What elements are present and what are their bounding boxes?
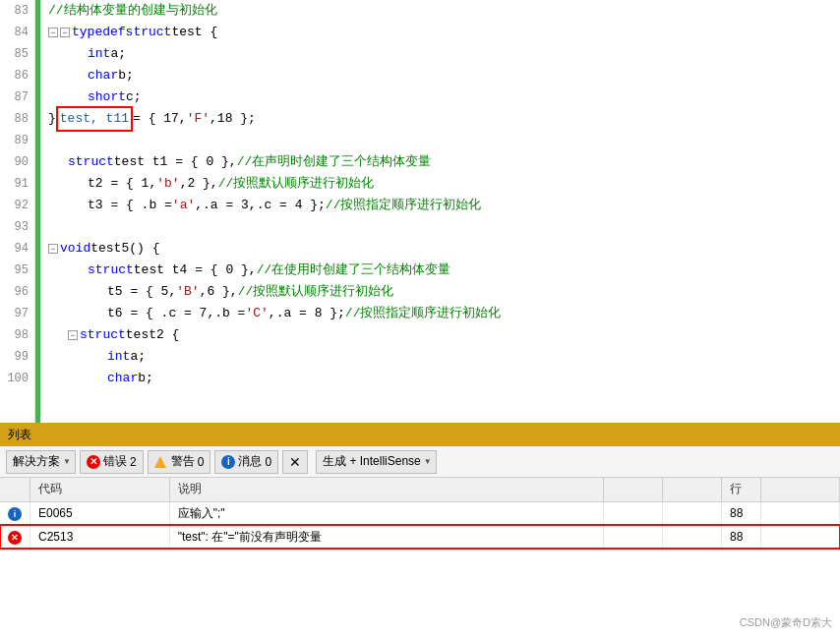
info-filter[interactable]: i 消息 0	[214, 450, 278, 474]
token-string: 'B'	[176, 281, 199, 303]
token-plain: test2 {	[126, 324, 180, 346]
code-line: //结构体变量的创建与初始化	[48, 0, 840, 22]
line-number: 94	[15, 238, 30, 260]
row-code: E0065	[30, 501, 170, 525]
token-keyword: int	[88, 43, 110, 65]
info-label: 消息	[238, 453, 262, 470]
row-description: "test": 在"="前没有声明变量	[169, 525, 603, 549]
warn-triangle-icon	[154, 456, 166, 468]
highlighted-vars: test, t11	[56, 106, 133, 132]
error-count: 2	[130, 455, 137, 469]
token-plain: a;	[130, 346, 146, 368]
col-header-suppress	[761, 478, 840, 501]
row-project	[604, 525, 663, 549]
build-dropdown[interactable]: 生成 + IntelliSense ▼	[316, 450, 437, 474]
token-plain: test t4 = { 0 },	[134, 260, 257, 281]
solution-dropdown[interactable]: 解决方案 ▼	[6, 450, 76, 474]
line-numbers: 8384858687888990919293949596979899100	[0, 0, 35, 423]
warn-filter[interactable]: 警告 0	[148, 450, 211, 474]
code-line	[48, 216, 840, 238]
code-area: //结构体变量的创建与初始化−−typedef struct test {int…	[40, 0, 840, 423]
token-string: 'b'	[156, 173, 179, 195]
token-keyword: void	[60, 238, 90, 260]
token-plain: b;	[138, 368, 153, 389]
token-plain: ,2 },	[180, 173, 218, 195]
code-line: char b;	[48, 368, 840, 389]
bottom-panel: 列表 解决方案 ▼ ✕ 错误 2 警告 0 i 消息 0 ✕	[0, 423, 840, 638]
token-plain: a;	[110, 43, 126, 65]
brace: }	[48, 108, 56, 130]
token-comment: //结构体变量的创建与初始化	[48, 0, 217, 22]
token-plain: ,.a = 8 };	[269, 303, 345, 324]
line-number: 92	[15, 195, 30, 216]
token-comment: //按照默认顺序进行初始化	[218, 173, 375, 195]
fold-icon[interactable]: −	[48, 28, 58, 37]
table-row[interactable]: iE0065应输入";"88	[0, 501, 840, 525]
watermark: CSDN@蒙奇D索大	[740, 615, 832, 630]
line-number: 84	[15, 22, 30, 43]
line-number: 87	[15, 87, 30, 108]
line-number: 85	[15, 43, 30, 65]
error-table-container: 代码 说明 行 iE0065应输入";"88✕C2513"test": 在"="…	[0, 478, 840, 638]
token-comment: //按照默认顺序进行初始化	[238, 281, 394, 303]
row-suppress	[761, 525, 840, 549]
table-header-row: 代码 说明 行	[0, 478, 840, 501]
line-number: 88	[15, 108, 30, 130]
watermark-text: CSDN@蒙奇D索大	[740, 616, 832, 628]
line-number: 100	[7, 368, 30, 389]
code-line: −void test5() {	[48, 238, 840, 260]
error-filter[interactable]: ✕ 错误 2	[80, 450, 144, 474]
panel-title-bar: 列表	[0, 423, 840, 446]
fold-icon[interactable]: −	[48, 244, 58, 254]
token-keyword: struct	[88, 260, 134, 281]
token-keyword: short	[88, 87, 126, 108]
token-plain: t5 = { 5,	[107, 281, 176, 303]
error-label: 错误	[103, 453, 127, 470]
error-table: 代码 说明 行 iE0065应输入";"88✕C2513"test": 在"="…	[0, 478, 840, 550]
table-row[interactable]: ✕C2513"test": 在"="前没有声明变量88	[0, 525, 840, 549]
line-number: 93	[15, 216, 30, 238]
token-keyword: char	[107, 368, 138, 389]
line-number: 96	[15, 281, 30, 303]
warn-count: 0	[198, 455, 205, 469]
info-count: 0	[265, 455, 271, 469]
code-line: struct test t4 = { 0 },//在使用时创建了三个结构体变量	[48, 260, 840, 281]
editor-container: 8384858687888990919293949596979899100 //…	[0, 0, 840, 423]
token-plain: t3 = { .b =	[88, 195, 172, 216]
line-number: 95	[15, 260, 30, 281]
token-plain: test5() {	[90, 238, 159, 260]
chevron-down-icon: ▼	[63, 457, 71, 466]
token-plain: t6 = { .c = 7,.b =	[107, 303, 245, 324]
col-header-file	[663, 478, 722, 501]
token-plain: c;	[126, 87, 142, 108]
code-line: char b;	[48, 65, 840, 87]
filter-icon: ✕	[289, 454, 301, 470]
build-chevron-icon: ▼	[424, 457, 432, 466]
warn-label: 警告	[171, 453, 195, 470]
fold-icon[interactable]: −	[68, 330, 78, 340]
row-suppress	[761, 501, 840, 525]
token-comment: //按照指定顺序进行初始化	[326, 195, 482, 216]
code-line: int a;	[48, 346, 840, 368]
token-plain: ,6 },	[200, 281, 238, 303]
filter-icon-btn[interactable]: ✕	[282, 450, 308, 474]
row-line: 88	[722, 525, 761, 549]
token-keyword: int	[107, 346, 130, 368]
code-line: }test, t11 = { 17,'F',18 };	[48, 108, 840, 130]
row-file	[663, 525, 722, 549]
char-lit: 'F'	[187, 108, 210, 130]
fold-icon[interactable]: −	[60, 28, 70, 37]
token-plain: b;	[118, 65, 134, 87]
token-comment: //在声明时创建了三个结构体变量	[237, 151, 432, 173]
error-toolbar: 解决方案 ▼ ✕ 错误 2 警告 0 i 消息 0 ✕ 生成 + Intelli…	[0, 446, 840, 478]
panel-title: 列表	[8, 427, 31, 443]
token-plain: test t1 = { 0 },	[114, 151, 237, 173]
token-plain: t2 = { 1,	[88, 173, 156, 195]
code-line: t2 = { 1,'b',2 },//按照默认顺序进行初始化	[48, 173, 840, 195]
row-description: 应输入";"	[169, 501, 603, 525]
build-label: 生成 + IntelliSense	[323, 453, 421, 470]
rest-part: ,18 };	[210, 108, 256, 130]
token-keyword: struct	[80, 324, 126, 346]
error-circle-icon: ✕	[87, 455, 100, 469]
line-number: 90	[15, 151, 30, 173]
